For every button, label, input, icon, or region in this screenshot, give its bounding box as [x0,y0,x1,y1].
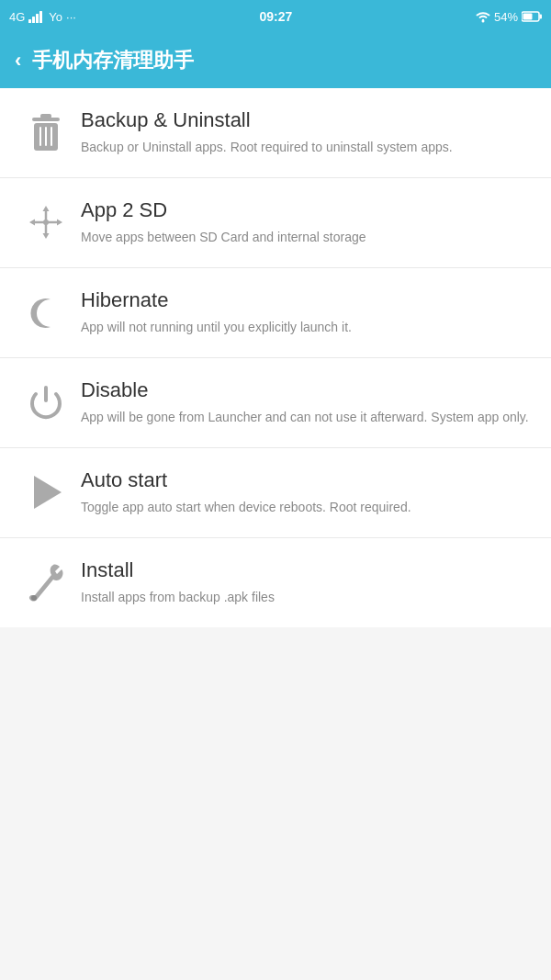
status-bar: 4G Yo ··· 09:27 54% [0,0,551,33]
svg-marker-22 [57,220,62,226]
menu-item-install[interactable]: Install Install apps from backup .apk fi… [0,538,551,627]
status-left: 4G Yo ··· [9,10,76,24]
menu-title-autostart: Auto start [81,468,533,492]
menu-content-autostart: Auto start Toggle app auto start when de… [73,468,533,517]
menu-title-disable: Disable [81,378,533,402]
battery-percent: 54% [494,10,518,24]
network-label: 4G [9,10,25,24]
status-right: 54% [476,10,542,24]
app-header: ‹ 手机内存清理助手 [0,33,551,88]
menu-item-backup-uninstall[interactable]: Backup & Uninstall Backup or Uninstall a… [0,88,551,178]
menu-item-app2sd[interactable]: App 2 SD Move apps between SD Card and i… [0,178,551,268]
menu-item-disable[interactable]: Disable App will be gone from Launcher a… [0,358,551,448]
svg-marker-16 [43,206,50,211]
wrench-icon [18,558,73,604]
time-display: 09:27 [260,9,293,24]
svg-rect-1 [32,17,35,23]
trash-icon [18,108,73,154]
menu-title-backup-uninstall: Backup & Uninstall [81,108,533,132]
carrier-label: Yo [49,10,62,24]
menu-item-autostart[interactable]: Auto start Toggle app auto start when de… [0,448,551,538]
menu-desc-install: Install apps from backup .apk files [81,588,533,607]
move-icon [18,198,73,242]
svg-rect-6 [540,15,543,19]
menu-desc-hibernate: App will not running until you explicitl… [81,318,533,337]
menu-content-disable: Disable App will be gone from Launcher a… [73,378,533,427]
menu-title-hibernate: Hibernate [81,288,533,312]
svg-rect-3 [39,11,42,23]
svg-rect-9 [40,114,51,118]
wifi-icon [476,10,490,23]
menu-desc-app2sd: Move apps between SD Card and internal s… [81,228,533,247]
svg-marker-20 [29,220,35,226]
power-icon [18,378,73,424]
menu-desc-autostart: Toggle app auto start when device reboot… [81,498,533,517]
menu-desc-backup-uninstall: Backup or Uninstall apps. Root required … [81,138,533,157]
hibernate-icon [18,288,73,334]
dots-label: ··· [66,10,76,24]
signal-icon [28,10,45,23]
menu-item-hibernate[interactable]: Hibernate App will not running until you… [0,268,551,358]
menu-title-app2sd: App 2 SD [81,198,533,222]
svg-marker-18 [43,233,50,239]
svg-point-24 [31,595,37,601]
svg-marker-23 [34,476,62,509]
svg-rect-7 [523,14,533,20]
menu-content-backup-uninstall: Backup & Uninstall Backup or Uninstall a… [73,108,533,157]
battery-icon [522,11,542,22]
header-title: 手机内存清理助手 [32,47,194,74]
svg-point-4 [481,20,484,23]
play-icon [18,468,73,513]
menu-content-app2sd: App 2 SD Move apps between SD Card and i… [73,198,533,247]
svg-rect-0 [28,19,31,23]
svg-rect-2 [36,14,39,23]
menu-list: Backup & Uninstall Backup or Uninstall a… [0,88,551,627]
menu-content-install: Install Install apps from backup .apk fi… [73,558,533,607]
back-button[interactable]: ‹ [15,51,21,71]
menu-desc-disable: App will be gone from Launcher and can n… [81,408,533,427]
menu-content-hibernate: Hibernate App will not running until you… [73,288,533,337]
menu-title-install: Install [81,558,533,582]
